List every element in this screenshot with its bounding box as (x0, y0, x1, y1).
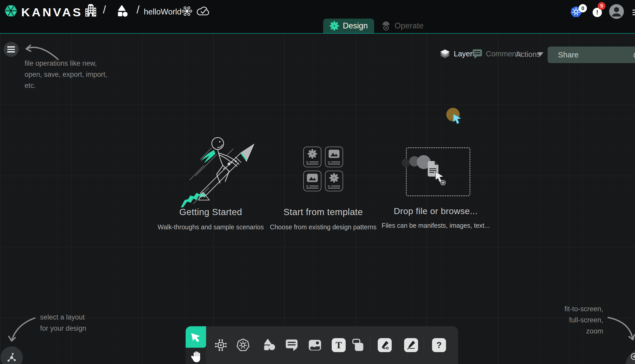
select-tool-icon (190, 331, 202, 343)
pen-tool[interactable] (378, 338, 392, 352)
layers-icon (440, 49, 450, 59)
kanvas-app: KANVAS / (0, 0, 635, 364)
operate-icon (381, 21, 391, 31)
layout-arrow (8, 314, 40, 345)
rocket-illustration[interactable] (178, 132, 261, 207)
shapes-icon[interactable] (115, 5, 128, 18)
drop-subtitle: Files can be manifests, images, text... (376, 222, 495, 229)
drop-title[interactable]: Drop file or browse... (379, 206, 493, 216)
layout-annotation: select a layout for your design (40, 312, 86, 334)
avatar[interactable] (609, 4, 624, 19)
toolbar-separator (370, 336, 371, 355)
kubernetes-tool[interactable] (236, 338, 251, 353)
template-tile (325, 171, 343, 191)
caret-down-icon[interactable] (537, 52, 543, 56)
person-icon (609, 4, 624, 19)
layout-icon (6, 352, 17, 363)
kubernetes-tool-icon (236, 338, 250, 352)
view-arrow (605, 314, 635, 343)
template-subtitle: Choose from existing design patterns (264, 223, 383, 231)
breadcrumb-separator: / (137, 4, 140, 16)
drop-cursor-icon (435, 172, 446, 186)
share-lock-icon (633, 51, 635, 58)
organization-icon[interactable] (84, 4, 97, 17)
pointer-tool-strip (186, 326, 206, 364)
breadcrumb-separator: / (103, 4, 106, 16)
comment-tool-icon (285, 338, 298, 352)
actions-menu[interactable]: Actions (516, 50, 540, 59)
header: KANVAS / (0, 0, 635, 34)
image-icon (307, 173, 318, 182)
brand-name: KANVAS (21, 6, 83, 19)
tab-design-label: Design (343, 21, 368, 31)
tab-operate-label: Operate (395, 21, 424, 31)
template-tile (303, 171, 321, 191)
design-swirl-icon (329, 21, 339, 31)
design-swirl-icon (329, 173, 339, 183)
toolbar: T ? (206, 326, 458, 364)
template-title[interactable]: Start from template (266, 207, 380, 217)
layers-button[interactable]: Layers (440, 49, 476, 59)
design-swirl-icon (307, 149, 317, 159)
help-tool[interactable]: ? (432, 338, 446, 352)
template-tile (325, 147, 343, 167)
menu-icon (7, 45, 15, 54)
image-icon (328, 149, 340, 158)
component-tool[interactable] (213, 338, 228, 353)
view-annotation: fit-to-screen, full-screen, zoom (526, 304, 603, 337)
kubernetes-context-badge[interactable]: 0 (579, 4, 587, 12)
comments-button[interactable]: Comments (472, 49, 522, 59)
help-icon: ? (436, 340, 442, 350)
pen-tool-icon (380, 340, 390, 350)
kanvas-logo[interactable] (3, 3, 19, 19)
collaborator-cursor-icon (452, 114, 462, 124)
comments-icon (472, 49, 482, 59)
edge-menu-icon[interactable] (632, 8, 635, 17)
select-tool-button[interactable] (186, 326, 206, 348)
toolbar-separator (424, 336, 424, 355)
shapes-tool-icon (262, 338, 276, 352)
zoom-icon[interactable] (630, 353, 635, 360)
getting-started-title[interactable]: Getting Started (154, 207, 268, 217)
cloud-saved-icon[interactable] (196, 5, 210, 17)
notification-count-badge: 5 (598, 2, 606, 10)
media-tool-icon (308, 339, 322, 351)
share-label: Share (558, 50, 579, 59)
shapes-tool[interactable] (261, 338, 276, 353)
comment-tool[interactable] (284, 338, 299, 353)
template-tile (303, 147, 321, 167)
drop-anim-circle (402, 159, 410, 167)
sketch-tool[interactable] (404, 338, 418, 352)
text-tool-icon: T (336, 340, 342, 351)
component-icon (214, 338, 228, 352)
share-button[interactable]: Share (548, 47, 635, 63)
tab-design[interactable]: Design (323, 19, 374, 33)
note-tool-icon (351, 338, 365, 352)
pan-hand-icon[interactable] (190, 351, 202, 363)
media-tool[interactable] (307, 338, 322, 353)
sketch-tool-icon (406, 340, 416, 350)
breadcrumb-design-name[interactable]: helloWorld (144, 7, 182, 17)
menu-fab[interactable] (4, 42, 19, 57)
fileops-annotation: file operations like new, open, save, ex… (25, 58, 107, 91)
tab-operate[interactable]: Operate (375, 19, 430, 33)
note-tool[interactable] (351, 338, 366, 353)
graph-icon[interactable] (181, 5, 193, 17)
actions-label: Actions (516, 50, 540, 59)
getting-started-subtitle: Walk-throughs and sample scenarios (151, 223, 270, 231)
template-preview-grid[interactable] (303, 147, 343, 191)
text-tool[interactable]: T (332, 338, 346, 352)
